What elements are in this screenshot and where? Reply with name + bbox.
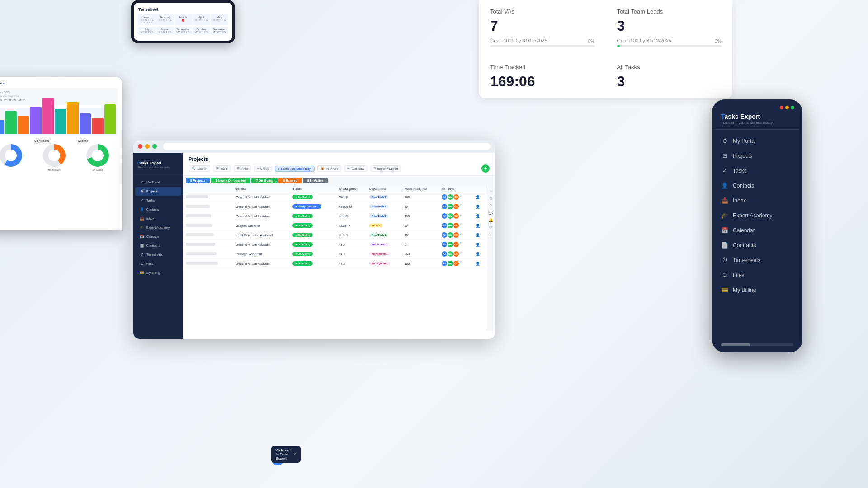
filter-btn[interactable]: ⊟ Filter (234, 165, 251, 172)
avatar-0: AJ (442, 204, 447, 209)
mobile-nav-contracts[interactable]: 📄 Contracts (715, 238, 800, 253)
mobile-label-projects: Projects (733, 153, 752, 159)
mobile-nav-tasks[interactable]: ✓ Tasks (715, 163, 800, 178)
avatar-0: AJ (442, 261, 447, 266)
mobile-icon-contacts: 👤 (721, 182, 728, 189)
add-project-btn[interactable]: + (481, 164, 490, 173)
table-row[interactable]: General Virtual Assistant ● On-Going Mik… (183, 192, 486, 202)
row-action-icon[interactable]: 👤 (476, 214, 480, 218)
mobile-nav-projects[interactable]: ⊞ Projects (715, 148, 800, 163)
name-sort-btn[interactable]: ↕ Name (alphabetically) (275, 166, 315, 172)
notification-close-btn[interactable]: × (293, 452, 296, 457)
laptop-header: calendar (0, 81, 118, 85)
group-btn[interactable]: ≡ Group (254, 166, 272, 172)
client-name (183, 240, 233, 249)
tab-ongoing[interactable]: 7 On-Going (251, 178, 278, 183)
table-row[interactable]: Graphic Designer ● On-Going Xavier F Tec… (183, 221, 486, 230)
avatar-2: CC (453, 261, 459, 266)
sidebar-item-tasks[interactable]: ✓ Tasks (135, 196, 181, 205)
sidebar-item-files[interactable]: 🗂 Files (135, 259, 181, 268)
table-row[interactable]: General Virtual Assistant ● On-Going YTD… (183, 259, 486, 268)
sidebar-label-contacts: Contacts (146, 208, 159, 211)
table-row[interactable]: Personal Assistant ● On-Going YTD Manage… (183, 249, 486, 259)
row-action-icon[interactable]: 👤 (476, 195, 480, 199)
col-actions (473, 185, 486, 192)
service-cell: Lead Generation Assistant (233, 230, 290, 240)
row-action-icon[interactable]: 👤 (476, 233, 480, 237)
help-icon[interactable]: ? (490, 203, 492, 208)
row-action-icon[interactable]: 👤 (476, 262, 480, 266)
history-icon[interactable]: ⟳ (489, 225, 493, 230)
hours-cell: 10 (401, 230, 439, 240)
mobile-nav-my-portal[interactable]: ⊙ My Portal (715, 133, 800, 148)
tab-expired[interactable]: 8 Expired (278, 178, 302, 183)
import-export-btn[interactable]: ⇅ Import / Export (370, 165, 401, 172)
sidebar-item-my-billing[interactable]: 💳 My Billing (135, 268, 181, 277)
sidebar-item-expert-academy[interactable]: 🎓 Expert Academy (135, 223, 181, 232)
my-portal-icon: ⊙ (140, 180, 144, 184)
tasks-section: Tasks (0, 139, 31, 171)
sidebar-label-calendar: Calendar (146, 235, 159, 238)
blurred-name (186, 233, 214, 236)
tab-projects[interactable]: 8 Projects (186, 178, 210, 183)
mobile-nav-contacts[interactable]: 👤 Contacts (715, 178, 800, 193)
sidebar-item-calendar[interactable]: 📅 Calendar (135, 232, 181, 241)
tab-newly-onboarded[interactable]: 1 Newly On-boarded (211, 178, 250, 183)
settings-icon[interactable]: ⚙ (489, 196, 493, 201)
tab-inactive[interactable]: 8 In-Active (303, 178, 328, 183)
sidebar-item-inbox[interactable]: 📥 Inbox (135, 214, 181, 223)
mobile-nav-billing[interactable]: 💳 My Billing (715, 282, 800, 297)
minimize-btn[interactable] (145, 144, 150, 149)
sidebar-item-contracts[interactable]: 📄 Contracts (135, 241, 181, 250)
table-row[interactable]: General Virtual Assistant ● On-Going YTD… (183, 240, 486, 249)
table-btn[interactable]: ⊞ Table (213, 165, 231, 172)
chat-icon[interactable]: 💬 (488, 211, 493, 215)
mobile-nav-timesheets[interactable]: ⏱ Timesheets (715, 253, 800, 267)
sidebar-item-timesheets[interactable]: ⏱ Timesheets (135, 250, 181, 259)
table-head: Service Status VA Assigned Department Ho… (183, 185, 486, 192)
row-action-icon[interactable]: 👤 (476, 205, 480, 209)
tablet-month-mar: March (175, 14, 192, 25)
actions-cell: 👤 (473, 211, 486, 221)
mobile-nav-files[interactable]: 🗂 Files (715, 267, 800, 282)
dept-cell: Non-Tech 2 (367, 211, 401, 221)
row-action-icon[interactable]: 👤 (476, 252, 480, 256)
clients-section: Clients On-Going (78, 139, 118, 171)
member-avatars: AJNACC 2 (442, 242, 470, 247)
service-cell: Graphic Designer (233, 221, 290, 230)
mobile-nav-inbox[interactable]: 📥 Inbox (715, 193, 800, 208)
status-badge: ● On-Going (292, 214, 313, 218)
edit-view-btn[interactable]: ✏ Edit view (344, 165, 367, 172)
sidebar-item-projects[interactable]: ⊞ Projects (135, 187, 181, 196)
welcome-notification: Welcome to Tasks Expert! × (271, 446, 301, 463)
mobile-label-calendar: Calendar (733, 227, 755, 234)
mobile-icon-tasks: ✓ (721, 167, 728, 174)
timesheets-icon: ⏱ (140, 253, 144, 257)
table-row[interactable]: General Virtual Assistant ● On-Going Kat… (183, 211, 486, 221)
more-icon[interactable]: ⋮ (489, 232, 493, 237)
member-count: 2 (460, 251, 462, 257)
filter-label: Filter (241, 167, 248, 170)
row-action-icon[interactable]: 👤 (476, 243, 480, 247)
bar-6 (67, 102, 78, 134)
table-scroll[interactable]: Service Status VA Assigned Department Ho… (183, 185, 486, 331)
archived-btn[interactable]: 📦 Archived (317, 165, 341, 172)
mobile-icon-calendar: 📅 (721, 227, 728, 234)
member-avatars: AJNACC 2 (442, 261, 470, 266)
mobile-nav-expert-academy[interactable]: 🎓 Expert Academy (715, 208, 800, 223)
client-name (183, 230, 233, 240)
stat-pct-vas: 0% (588, 39, 594, 44)
sidebar-item-contacts[interactable]: 👤 Contacts (135, 205, 181, 214)
maximize-btn[interactable] (152, 144, 157, 149)
mobile-icon-files: 🗂 (721, 272, 728, 278)
search-bar[interactable]: 🔍 Search (189, 165, 210, 172)
close-btn[interactable] (138, 144, 142, 149)
sidebar-item-my-portal[interactable]: ⊙ My Portal (135, 178, 181, 187)
mobile-logo-sub: Transform your ideas into reality (721, 121, 793, 125)
notification-icon[interactable]: 🔔 (488, 218, 493, 222)
row-action-icon[interactable]: 👤 (476, 224, 480, 228)
mobile-nav-calendar[interactable]: 📅 Calendar (715, 223, 800, 238)
table-row[interactable]: General Virtual Assistant ● Newly On-boa… (183, 202, 486, 211)
star-icon[interactable]: ☆ (489, 189, 493, 193)
table-row[interactable]: Lead Generation Assistant ● On-Going Ulr… (183, 230, 486, 240)
